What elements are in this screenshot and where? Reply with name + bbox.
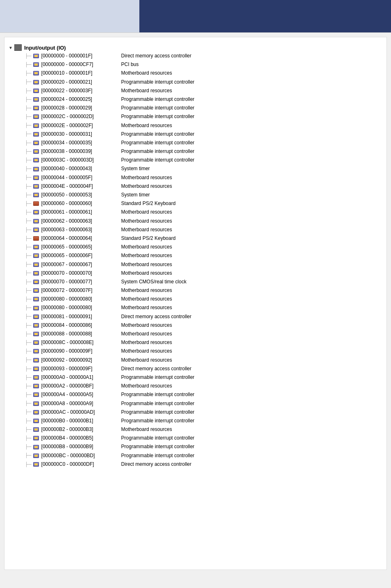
tree-connector: ├─	[25, 244, 32, 251]
item-address: [000000B8 - 000000B9]	[41, 443, 121, 451]
item-description: Programmable interrupt controller	[121, 434, 195, 442]
item-address: [00000024 - 00000025]	[41, 96, 121, 103]
item-description: Motherboard resources	[121, 339, 172, 346]
chip-icon	[32, 418, 40, 424]
tree-item[interactable]: ├─[00000020 - 00000021]Programmable inte…	[9, 78, 382, 87]
tree-item[interactable]: ├─[00000010 - 0000001F]Motherboard resou…	[9, 69, 382, 77]
item-description: Direct memory access controller	[121, 52, 191, 60]
tree-item[interactable]: ├─[00000044 - 0000005F]Motherboard resou…	[9, 173, 382, 182]
item-address: [00000080 - 00000080]	[41, 304, 121, 312]
tree-item[interactable]: ├─[0000002C - 0000002D]Programmable inte…	[9, 112, 382, 121]
item-description: Motherboard resources	[121, 174, 172, 182]
tree-item[interactable]: ├─[00000060 - 00000060]Standard PS/2 Key…	[9, 199, 382, 208]
tree-item[interactable]: ├─[000000B2 - 000000B3]Motherboard resou…	[9, 425, 382, 434]
tree-item[interactable]: ├─[000000C0 - 000000DF]Direct memory acc…	[9, 460, 382, 469]
item-description: Motherboard resources	[121, 356, 172, 364]
content-area: ▼ Input/output (IO) ├─[00000000 - 000000…	[4, 37, 387, 570]
tree-item[interactable]: ├─[0000008C - 0000008E]Motherboard resou…	[9, 338, 382, 347]
tree-connector: ├─	[25, 96, 32, 103]
item-address: [00000092 - 00000092]	[41, 356, 121, 364]
tree-item[interactable]: ├─[00000028 - 00000029]Programmable inte…	[9, 104, 382, 112]
item-description: Motherboard resources	[121, 87, 172, 95]
chip-icon	[32, 227, 40, 232]
tree-item[interactable]: ├─[00000072 - 0000007F]Motherboard resou…	[9, 286, 382, 295]
item-address: [00000070 - 00000077]	[41, 278, 121, 286]
item-address: [000000B0 - 000000B1]	[41, 417, 121, 425]
tree-item[interactable]: ├─[00000081 - 00000091]Direct memory acc…	[9, 312, 382, 321]
chip-icon	[32, 253, 40, 259]
tree-item[interactable]: ├─[00000063 - 00000063]Motherboard resou…	[9, 226, 382, 234]
item-address: [00000030 - 00000031]	[41, 130, 121, 138]
tree-item[interactable]: ├─[00000030 - 00000031]Programmable inte…	[9, 130, 382, 139]
tree-item[interactable]: ├─[00000040 - 00000043]System timer	[9, 164, 382, 173]
item-address: [0000004E - 0000004F]	[41, 182, 121, 190]
top-bar-right	[139, 0, 391, 32]
item-description: Programmable interrupt controller	[121, 400, 195, 408]
tree-item[interactable]: ├─[00000080 - 00000080]Motherboard resou…	[9, 303, 382, 312]
tree-item[interactable]: ├─[00000064 - 00000064]Standard PS/2 Key…	[9, 234, 382, 243]
tree-item[interactable]: ├─[00000090 - 0000009F]Motherboard resou…	[9, 347, 382, 356]
tree-connector: ├─	[25, 374, 32, 381]
tree-item[interactable]: ├─[00000050 - 00000053]System timer	[9, 191, 382, 199]
tree-item[interactable]: ├─[000000BC - 000000BD]Programmable inte…	[9, 451, 382, 460]
tree-item[interactable]: ├─[00000065 - 0000006F]Motherboard resou…	[9, 251, 382, 260]
tree-item[interactable]: ├─[000000A2 - 000000BF]Motherboard resou…	[9, 382, 382, 390]
item-description: Direct memory access controller	[121, 313, 191, 321]
tree-item[interactable]: ├─[00000000 - 00000CF7]PCI bus	[9, 60, 382, 69]
item-address: [000000AC - 000000AD]	[41, 408, 121, 416]
root-icon	[14, 44, 22, 51]
item-description: Programmable interrupt controller	[121, 130, 195, 138]
chip-icon	[32, 366, 40, 371]
tree-item[interactable]: ├─[000000B8 - 000000B9]Programmable inte…	[9, 442, 382, 451]
tree-item[interactable]: ├─[0000002E - 0000002F]Motherboard resou…	[9, 121, 382, 130]
tree-connector: ├─	[25, 356, 32, 364]
tree-item[interactable]: ├─[000000A4 - 000000A5]Programmable inte…	[9, 390, 382, 399]
item-description: System timer	[121, 165, 150, 173]
item-address: [00000080 - 00000080]	[41, 295, 121, 303]
tree-item[interactable]: ├─[00000065 - 00000065]Motherboard resou…	[9, 243, 382, 251]
tree-item[interactable]: ├─[000000A8 - 000000A9]Programmable inte…	[9, 399, 382, 408]
chip-icon	[32, 357, 40, 363]
item-address: [0000002C - 0000002D]	[41, 113, 121, 121]
tree-connector: ├─	[25, 157, 32, 164]
tree-item[interactable]: ├─[000000AC - 000000AD]Programmable inte…	[9, 408, 382, 417]
item-description: Motherboard resources	[121, 208, 172, 216]
tree-item[interactable]: ├─[00000088 - 00000088]Motherboard resou…	[9, 330, 382, 338]
keyboard-icon	[32, 236, 40, 242]
item-address: [00000062 - 00000063]	[41, 217, 121, 225]
tree-item[interactable]: ├─[00000067 - 00000067]Motherboard resou…	[9, 260, 382, 269]
tree-connector: ├─	[25, 261, 32, 268]
item-description: Programmable interrupt controller	[121, 113, 195, 121]
tree-item[interactable]: ├─[0000003C - 0000003D]Programmable inte…	[9, 156, 382, 164]
tree-item[interactable]: ├─[0000004E - 0000004F]Motherboard resou…	[9, 182, 382, 191]
tree-item[interactable]: ├─[00000022 - 0000003F]Motherboard resou…	[9, 87, 382, 95]
item-description: System CMOS/real time clock	[121, 278, 186, 286]
tree-item[interactable]: ├─[000000B4 - 000000B5]Programmable inte…	[9, 434, 382, 442]
tree-item[interactable]: ├─[000000A0 - 000000A1]Programmable inte…	[9, 373, 382, 382]
tree-item[interactable]: ├─[000000B0 - 000000B1]Programmable inte…	[9, 417, 382, 425]
chip-icon	[32, 53, 40, 59]
tree-item[interactable]: ├─[00000080 - 00000080]Motherboard resou…	[9, 295, 382, 303]
tree-item[interactable]: ├─[00000038 - 00000039]Programmable inte…	[9, 147, 382, 156]
tree-connector: ├─	[25, 200, 32, 207]
tree-connector: ├─	[25, 287, 32, 294]
tree-item[interactable]: ├─[00000062 - 00000063]Motherboard resou…	[9, 217, 382, 226]
tree-item[interactable]: ├─[00000070 - 00000077]System CMOS/real …	[9, 278, 382, 286]
tree-item[interactable]: ├─[00000034 - 00000035]Programmable inte…	[9, 139, 382, 147]
tree-connector: ├─	[25, 278, 32, 286]
tree-item[interactable]: ├─[00000092 - 00000092]Motherboard resou…	[9, 356, 382, 365]
item-description: Programmable interrupt controller	[121, 148, 195, 155]
tree-root[interactable]: ▼ Input/output (IO)	[9, 43, 382, 52]
item-description: Motherboard resources	[121, 304, 172, 312]
chip-icon	[32, 149, 40, 155]
tree-item[interactable]: ├─[00000084 - 00000086]Motherboard resou…	[9, 321, 382, 330]
tree-item[interactable]: ├─[00000061 - 00000061]Motherboard resou…	[9, 208, 382, 217]
tree-item[interactable]: ├─[00000000 - 0000001F]Direct memory acc…	[9, 52, 382, 60]
tree-item[interactable]: ├─[00000070 - 00000070]Motherboard resou…	[9, 269, 382, 278]
tree-item[interactable]: ├─[00000024 - 00000025]Programmable inte…	[9, 95, 382, 104]
tree-connector: ├─	[25, 443, 32, 451]
item-address: [000000A8 - 000000A9]	[41, 400, 121, 408]
item-address: [000000A4 - 000000A5]	[41, 391, 121, 399]
tree-item[interactable]: ├─[00000093 - 0000009F]Direct memory acc…	[9, 365, 382, 373]
chip-icon	[32, 314, 40, 319]
